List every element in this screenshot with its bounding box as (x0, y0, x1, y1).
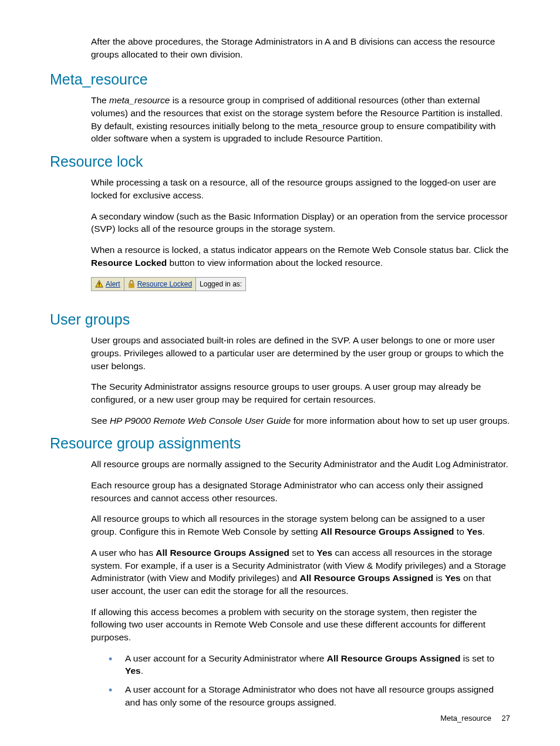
user-groups-p3: See HP P9000 Remote Web Console User Gui… (91, 414, 510, 427)
rga-p3: All resource groups to which all resourc… (91, 512, 510, 538)
rga-p4: A user who has All Resource Groups Assig… (91, 546, 510, 598)
bold-text: Yes (125, 666, 141, 676)
text: set to (289, 548, 317, 558)
bold-text: All Resource Groups Assigned (327, 653, 461, 663)
bold-text: Yes (317, 548, 333, 558)
warning-icon (95, 280, 103, 288)
rga-p1: All resource groups are normally assigne… (91, 458, 510, 471)
footer-label: Meta_resource (440, 714, 491, 723)
text: . (483, 526, 485, 536)
heading-user-groups: User groups (50, 311, 510, 328)
text: A user account for a Security Administra… (125, 653, 327, 663)
text: for more information about how to set up… (291, 416, 510, 426)
user-groups-p1: User groups and associated built-in role… (91, 334, 510, 372)
rga-p2: Each resource group has a designated Sto… (91, 479, 510, 504)
italic-text: HP P9000 Remote Web Console User Guide (110, 416, 291, 426)
bold-text: All Resource Groups Assigned (300, 573, 434, 583)
alert-cell[interactable]: Alert (92, 278, 124, 291)
resource-lock-p1: While processing a task on a resource, a… (91, 176, 510, 201)
resource-locked-cell[interactable]: Resource Locked (124, 278, 196, 291)
logged-in-label: Logged in as: (200, 280, 242, 288)
bold-text: All Resource Groups Assigned (156, 548, 289, 558)
text: is set to (460, 653, 494, 663)
footer-page-number: 27 (502, 714, 510, 723)
rga-bullet-list: A user account for a Security Administra… (109, 652, 510, 709)
svg-rect-2 (99, 286, 99, 286)
resource-locked-link[interactable]: Resource Locked (137, 280, 192, 288)
text: . (141, 666, 143, 676)
intro-paragraph: After the above procedures, the Storage … (91, 35, 510, 60)
text: When a resource is locked, a status indi… (91, 245, 508, 255)
svg-rect-1 (99, 283, 99, 285)
resource-lock-p3: When a resource is locked, a status indi… (91, 244, 510, 269)
svg-rect-3 (129, 283, 134, 288)
bold-text: Yes (445, 573, 461, 583)
rga-p5: If allowing this access becomes a proble… (91, 606, 510, 644)
alert-link[interactable]: Alert (106, 280, 120, 288)
text: is (433, 573, 445, 583)
resource-lock-p2: A secondary window (such as the Basic In… (91, 210, 510, 235)
heading-resource-group-assignments: Resource group assignments (50, 435, 510, 452)
user-groups-p2: The Security Administrator assigns resou… (91, 380, 510, 406)
bold-text: All Resource Groups Assigned (321, 526, 454, 536)
heading-meta-resource: Meta_resource (50, 71, 510, 88)
bold-text: Yes (467, 526, 483, 536)
status-bar: Alert Resource Locked Logged in as: (91, 277, 246, 291)
list-item: A user account for a Security Administra… (109, 652, 510, 677)
text: to (454, 526, 467, 536)
list-item: A user account for a Storage Administrat… (109, 683, 510, 708)
footer: Meta_resource 27 (440, 714, 510, 723)
meta-resource-paragraph: The meta_resource is a resource group in… (91, 94, 510, 145)
text: button to view information about the loc… (167, 258, 383, 268)
heading-resource-lock: Resource lock (50, 153, 510, 170)
italic-text: meta_resource (109, 95, 170, 105)
text: The (91, 95, 109, 105)
lock-icon (128, 280, 135, 288)
text: A user who has (91, 548, 156, 558)
logged-in-cell: Logged in as: (196, 278, 245, 291)
bold-text: Resource Locked (91, 258, 167, 268)
text: See (91, 416, 110, 426)
